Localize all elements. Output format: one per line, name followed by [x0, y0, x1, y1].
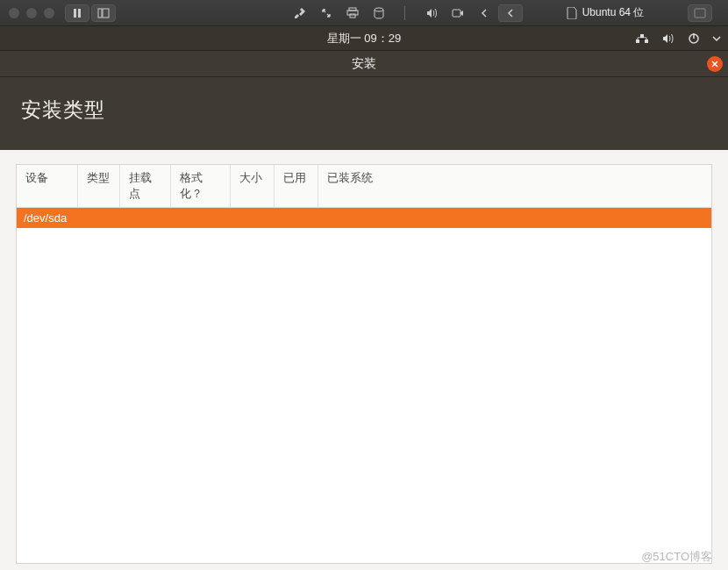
svg-rect-13: [645, 39, 648, 43]
vm-title: Ubuntu 64 位: [523, 5, 688, 20]
host-titlebar: Ubuntu 64 位: [0, 0, 728, 26]
col-format[interactable]: 格式化？: [171, 165, 231, 207]
document-icon: [567, 7, 577, 19]
col-mount[interactable]: 挂载点: [120, 165, 171, 207]
partition-panel: 设备 类型 挂载点 格式化？ 大小 已用 已装系统 /dev/sda: [0, 150, 728, 570]
host-right-controls: [688, 4, 712, 22]
svg-rect-8: [404, 6, 405, 20]
pause-vm-button[interactable]: [65, 4, 89, 22]
zoom-window-button[interactable]: [44, 8, 54, 18]
dialog-title: 安装: [352, 56, 376, 72]
divider: [393, 4, 418, 22]
svg-rect-12: [640, 34, 644, 38]
chevron-left-end-icon[interactable]: [498, 4, 523, 22]
col-system[interactable]: 已装系统: [318, 165, 711, 207]
table-row[interactable]: /dev/sda: [17, 208, 711, 228]
col-size[interactable]: 大小: [231, 165, 275, 207]
printer-icon[interactable]: [340, 4, 365, 22]
vm-title-text: Ubuntu 64 位: [582, 5, 645, 20]
page-title: 安装类型: [21, 98, 105, 121]
ubuntu-top-bar: 星期一 09：29: [0, 26, 728, 51]
camera-icon[interactable]: [446, 4, 470, 22]
col-type[interactable]: 类型: [78, 165, 120, 207]
svg-rect-11: [636, 39, 639, 43]
partition-table-header: 设备 类型 挂载点 格式化？ 大小 已用 已装系统: [17, 165, 711, 208]
chevron-left-icon[interactable]: [472, 4, 496, 22]
clock-label[interactable]: 星期一 09：29: [327, 31, 402, 46]
power-icon[interactable]: [688, 32, 700, 45]
partition-table: 设备 类型 挂载点 格式化？ 大小 已用 已装系统 /dev/sda: [16, 164, 712, 564]
close-window-button[interactable]: [9, 8, 19, 18]
window-traffic-lights: [9, 8, 54, 18]
host-device-toolbar: [288, 4, 523, 22]
fullscreen-icon[interactable]: [688, 4, 712, 22]
sound-icon[interactable]: [419, 4, 444, 22]
tools-icon[interactable]: [288, 4, 312, 22]
svg-rect-0: [74, 9, 76, 18]
library-button[interactable]: [91, 4, 116, 22]
svg-rect-9: [453, 10, 460, 17]
host-view-controls: [65, 4, 116, 22]
minimize-window-button[interactable]: [26, 8, 37, 18]
chevron-down-icon[interactable]: [712, 34, 721, 43]
svg-point-7: [375, 8, 383, 11]
svg-rect-2: [98, 9, 102, 18]
installer-dialog-titlebar: 安装: [0, 51, 728, 77]
network-icon[interactable]: [635, 32, 649, 45]
col-used[interactable]: 已用: [275, 165, 318, 207]
resize-icon[interactable]: [314, 4, 339, 22]
close-icon[interactable]: [707, 56, 723, 72]
system-indicators[interactable]: [635, 26, 721, 51]
svg-rect-10: [695, 9, 705, 18]
disk-icon[interactable]: [367, 4, 391, 22]
col-device[interactable]: 设备: [17, 165, 78, 207]
row-device: /dev/sda: [24, 211, 67, 224]
installer-heading-area: 安装类型: [0, 77, 728, 150]
svg-rect-1: [78, 9, 81, 18]
volume-icon[interactable]: [661, 32, 675, 45]
partition-table-body[interactable]: /dev/sda: [17, 208, 711, 563]
svg-rect-3: [103, 9, 109, 18]
